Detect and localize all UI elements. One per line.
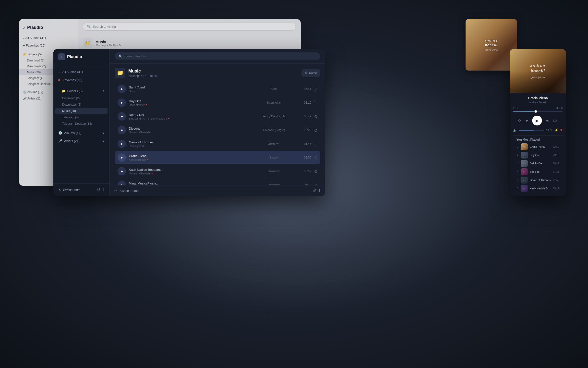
favorite-button[interactable]: ♥: [560, 128, 563, 132]
mp-count-bade: 4: [516, 171, 519, 173]
song-more-del[interactable]: ⊙: [314, 114, 317, 119]
song-name-gratia: Gratia Plena: [129, 154, 146, 158]
play-del[interactable]: ▶: [118, 112, 126, 121]
mp-duration-kash: 05:12: [553, 187, 559, 190]
song-name-del: Del Ey Del: [129, 113, 144, 117]
current-time: 01:19: [513, 107, 519, 110]
mp-duration-del: 05:49: [553, 162, 559, 165]
speed-button[interactable]: 1.0x: [553, 119, 557, 122]
artists-bullet: 🎤: [58, 139, 62, 143]
mp-row-del[interactable]: 4 SS Del Ey Del 05:49: [516, 160, 559, 167]
song-name-dayone: Day One: [129, 99, 141, 103]
logo-icon: ♪: [58, 53, 65, 60]
play-divoone[interactable]: ▶: [118, 126, 126, 134]
sidebar-nav-all-audios[interactable]: ♪ All Audios (41): [53, 68, 109, 76]
prev-button[interactable]: ⏮: [525, 118, 529, 123]
progress-dot: [535, 110, 537, 113]
mp-row-got[interactable]: 3 RJ Game of Thrones 01:46: [516, 177, 559, 184]
mp-thumb-dayone: HZ: [521, 152, 528, 159]
song-more-sami[interactable]: ⊙: [314, 87, 317, 91]
search-bar[interactable]: 🔍 Search anything ...: [115, 52, 320, 60]
player-body: Gratia Plena Andrea Bocelli 01:19 02:50 …: [510, 93, 566, 196]
song-artist-got: Ramin javadi: [129, 145, 144, 147]
info-icon[interactable]: ℹ: [103, 187, 105, 192]
folders-section-header[interactable]: • 📁 Folders (5) ∧: [53, 87, 109, 95]
search-placeholder: Search anything ...: [124, 54, 151, 58]
song-name-divoone: Divoone: [129, 127, 141, 130]
play-sami[interactable]: ▶: [118, 85, 126, 93]
folders-list: Download (2) Downloads (2) Music (20) Te…: [53, 95, 109, 127]
sort-name-button[interactable]: ⚙ Name: [301, 69, 320, 77]
song-artist-dayone: Hans zimmer: [129, 103, 145, 106]
song-album-dayone: Interstellar: [250, 101, 299, 104]
song-info-divoone: Divoone Mohsen Chavoshi: [129, 127, 247, 134]
folder-downloads[interactable]: Downloads (2): [53, 101, 109, 108]
sun-icon-bottom: ☀: [115, 189, 118, 193]
folder-music[interactable]: Music (20): [55, 108, 108, 114]
mp-info-kash: Kash Nadide Boodamet: [530, 187, 551, 190]
mp-row-dayone[interactable]: 4 HZ Day One 03:19: [516, 152, 559, 159]
folders-label: Folders (5): [67, 89, 83, 93]
play-gratia[interactable]: ▶: [118, 153, 126, 162]
play-got[interactable]: ▶: [118, 140, 126, 148]
sidebar-nav: ♪ All Audios (41) Favorites (10): [53, 65, 109, 87]
info-icon-bottom[interactable]: ℹ: [319, 188, 320, 193]
song-more-got[interactable]: ⊙: [314, 142, 317, 146]
albums-bullet: 💿: [58, 131, 62, 135]
folder-download[interactable]: Download (2): [53, 95, 109, 101]
song-row-mina[interactable]: ▶ Mina..MusicsPlus.ir.. Unknown Unknown …: [115, 178, 320, 185]
equalizer-icon[interactable]: ⚡: [554, 128, 558, 132]
song-album-del: Del Ey Del (Single): [250, 115, 299, 118]
bg-album-art: andrea bocelli gratia plena: [466, 19, 517, 71]
song-info-got: Game of Thrones Ramin javadi: [129, 140, 247, 147]
song-more-mina[interactable]: ⊙: [314, 183, 317, 185]
sun-icon: ☀: [58, 188, 61, 192]
song-row-del[interactable]: ▶ Del Ey Del Sina sarlak ft. mohsen chav…: [115, 110, 320, 123]
play-mina[interactable]: ▶: [118, 181, 126, 185]
sidebar-logo: ♪ Plaudio: [53, 49, 109, 65]
main-content: 🔍 Search anything ... 📁 Music 20 songs •…: [110, 49, 325, 196]
switch-theme-button[interactable]: ☀ Switch theme: [58, 188, 82, 192]
albums-label: Albums (17): [64, 131, 81, 135]
albums-section-header[interactable]: 💿 Albums (17) ∨: [53, 129, 109, 137]
song-more-kash[interactable]: ⊙: [314, 169, 317, 174]
most-played-title: You Most Played: [516, 138, 559, 141]
mp-row-kash[interactable]: 3 MC Kash Nadide Boodamet 05:12: [516, 185, 559, 192]
audio-icon: ♪: [58, 70, 60, 74]
folder-telegram-label: Telegram (4): [62, 116, 79, 119]
song-row-divoone[interactable]: ▶ Divoone Mohsen Chavoshi Divoone (Singl…: [115, 123, 320, 137]
sidebar-nav-favorites[interactable]: Favorites (10): [53, 76, 109, 84]
song-info-gratia: Gratia Plena Andrea Bocelli ♥: [129, 154, 247, 161]
song-row-sami[interactable]: ▶ Sami Yusuf Sami Sami 05:41 ⊙: [115, 82, 320, 96]
next-button[interactable]: ⏭: [545, 118, 549, 123]
play-dayone[interactable]: ▶: [118, 98, 126, 107]
music-folder-header: 📁 Music 20 songs • 1h 19m 3s ⚙ Name: [115, 68, 320, 78]
song-row-dayone[interactable]: ▶ Day One Hans zimmer ♥ Interstellar 03:…: [115, 96, 320, 109]
song-info-dayone: Day One Hans zimmer ♥: [129, 99, 247, 106]
mp-name-got: Game of Thrones: [530, 179, 551, 182]
mp-row-bade[interactable]: 4 BT Bade To 04:13: [516, 168, 559, 175]
song-row-gratia[interactable]: ▶ Gratia Plena Andrea Bocelli ♥ Beauty 0…: [115, 151, 320, 164]
folder-telegram-desktop[interactable]: Telegram Desktop (13): [53, 121, 109, 127]
refresh-icon-bottom[interactable]: ↺: [313, 188, 316, 193]
mp-row-gratia[interactable]: 7 AB Gratia Plena 02:50: [516, 143, 559, 150]
play-pause-button[interactable]: ▶: [532, 116, 542, 125]
song-more-gratia[interactable]: ⊙: [314, 155, 317, 160]
switch-theme-button-bottom[interactable]: ☀ Switch theme: [115, 189, 139, 193]
song-duration-got: 01:46: [301, 142, 311, 146]
mp-info-del: Del Ey Del: [530, 162, 551, 165]
rewind-button[interactable]: ⟳: [518, 118, 521, 123]
volume-icon: 🔈: [513, 128, 517, 132]
song-more-dayone[interactable]: ⊙: [314, 100, 317, 105]
song-more-divoone[interactable]: ⊙: [314, 128, 317, 133]
logo-text: Plaudio: [67, 54, 82, 59]
volume-bar[interactable]: [519, 130, 544, 131]
song-row-got[interactable]: ▶ Game of Thrones Ramin javadi Unknown 0…: [115, 137, 320, 150]
refresh-icon[interactable]: ↺: [97, 187, 100, 192]
play-kash[interactable]: ▶: [118, 167, 126, 175]
artists-section-header[interactable]: 🎤 Artists (21) ∨: [53, 137, 109, 145]
artists-chevron-icon: ∨: [102, 139, 105, 143]
progress-bar[interactable]: [513, 111, 563, 112]
song-row-kash[interactable]: ▶ Kash Nadide Boodamet Mohsen Chavoshi ♥…: [115, 165, 320, 178]
folder-telegram[interactable]: Telegram (4): [53, 114, 109, 121]
